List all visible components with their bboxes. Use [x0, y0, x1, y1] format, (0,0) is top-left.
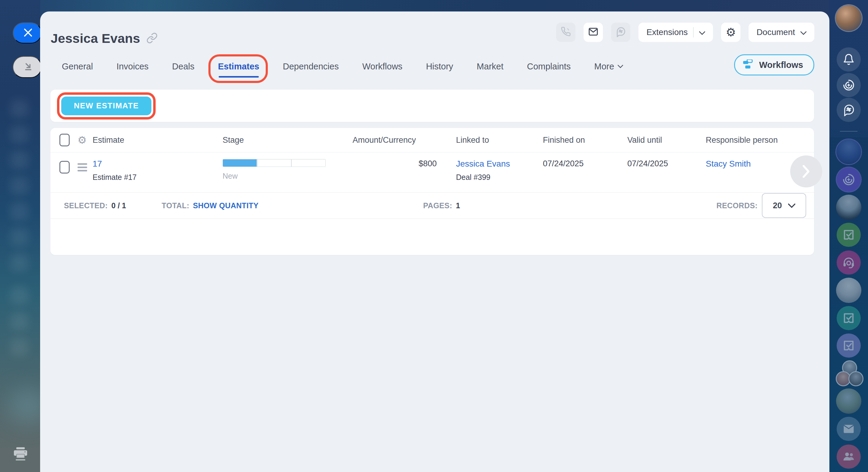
- avatar-woman[interactable]: [836, 388, 861, 414]
- stage-progress-bar: [223, 159, 326, 167]
- col-header-linked-to[interactable]: Linked to: [456, 136, 543, 145]
- copy-link-icon[interactable]: [146, 32, 158, 47]
- chevron-down-icon: [801, 27, 806, 37]
- tasks-teal-button[interactable]: [837, 306, 861, 330]
- contacts-sidebar-button[interactable]: [837, 445, 861, 469]
- table-header-row: ⚙ Estimate Stage Amount/Currency Linked …: [50, 128, 814, 152]
- headset-ai-icon: [842, 256, 855, 269]
- workflow-blocks-icon: [743, 59, 754, 72]
- user-avatar[interactable]: [836, 5, 862, 31]
- table-footer: SELECTED: 0 / 1 TOTAL: SHOW QUANTITY PAG…: [50, 192, 814, 219]
- records-label: RECORDS:: [716, 201, 757, 210]
- tab-workflows[interactable]: Workflows: [362, 62, 402, 71]
- ai-support-magenta-button[interactable]: [837, 250, 861, 275]
- document-label: Document: [756, 27, 795, 37]
- chat-transfer-sidebar-button[interactable]: [837, 98, 861, 122]
- linked-deal: Deal #399: [456, 173, 543, 182]
- estimates-table: ⚙ Estimate Stage Amount/Currency Linked …: [50, 128, 814, 255]
- avatar-man[interactable]: [836, 195, 861, 220]
- amount-cell: $800: [332, 159, 437, 168]
- ai-assistant-purple-button[interactable]: [837, 168, 861, 191]
- chevron-down-icon[interactable]: [699, 27, 705, 37]
- tab-more[interactable]: More: [594, 62, 623, 71]
- ai-assistant-button[interactable]: [837, 73, 861, 97]
- bell-icon: [843, 53, 855, 65]
- chat-transfer-button[interactable]: [611, 23, 630, 42]
- workflows-button-label: Workflows: [759, 60, 803, 70]
- tab-more-label: More: [594, 62, 614, 71]
- tab-complaints[interactable]: Complaints: [527, 62, 570, 71]
- col-header-finished-on[interactable]: Finished on: [543, 136, 627, 145]
- annotation-ring: NEW ESTIMATE: [57, 92, 156, 119]
- close-icon: [21, 27, 33, 39]
- mail-sidebar-button[interactable]: [837, 417, 861, 441]
- col-header-amount[interactable]: Amount/Currency: [332, 136, 437, 145]
- finished-on-cell: 07/24/2025: [543, 159, 627, 168]
- records-value: 20: [773, 201, 782, 210]
- task-checkbox-icon: [842, 229, 855, 241]
- tab-estimates[interactable]: Estimates: [218, 62, 259, 71]
- stage-label: New: [223, 172, 332, 180]
- selected-value: 0 / 1: [111, 201, 126, 210]
- estimates-toolbar: NEW ESTIMATE: [50, 90, 814, 122]
- column-settings-gear-icon[interactable]: ⚙: [78, 135, 87, 145]
- contact-name: Jessica Evans: [51, 31, 140, 46]
- show-quantity-link[interactable]: SHOW QUANTITY: [193, 201, 259, 210]
- notifications-button[interactable]: [837, 48, 861, 71]
- mail-icon: [588, 26, 599, 38]
- settings-button[interactable]: ⚙: [721, 23, 740, 42]
- avatar-cat[interactable]: [836, 278, 861, 303]
- select-all-checkbox[interactable]: [59, 134, 70, 146]
- divider: [840, 131, 858, 131]
- phone-icon: [561, 27, 571, 38]
- tab-deals[interactable]: Deals: [172, 62, 194, 71]
- close-card-button[interactable]: [13, 22, 42, 43]
- stage-progress-fill: [223, 159, 257, 167]
- tab-invoices[interactable]: Invoices: [116, 62, 148, 71]
- ai-sparkle-icon: [842, 79, 855, 91]
- avatar-girl[interactable]: [836, 140, 861, 164]
- workflows-panel-button[interactable]: Workflows: [734, 54, 814, 76]
- chat-transfer-icon: [615, 26, 626, 38]
- tab-market[interactable]: Market: [477, 62, 504, 71]
- tab-bar: General Invoices Deals Estimates Depende…: [62, 57, 623, 76]
- estimate-id-link[interactable]: 17: [93, 159, 102, 168]
- collapse-card-button[interactable]: [13, 56, 42, 78]
- col-header-estimate[interactable]: Estimate: [93, 136, 223, 145]
- chevron-right-icon: [802, 165, 810, 178]
- page-title: Jessica Evans: [51, 30, 158, 47]
- tab-history[interactable]: History: [426, 62, 453, 71]
- app-screen: Jessica Evans Extensio: [0, 0, 868, 472]
- linked-contact-link[interactable]: Jessica Evans: [456, 159, 510, 168]
- responsible-person-link[interactable]: Stacy Smith: [706, 159, 751, 168]
- tab-general[interactable]: General: [62, 62, 93, 71]
- tasks-lavender-button[interactable]: [837, 333, 861, 358]
- col-header-valid-until[interactable]: Valid until: [627, 136, 706, 145]
- phone-button[interactable]: [556, 23, 576, 42]
- valid-until-cell: 07/24/2025: [627, 159, 706, 168]
- new-estimate-button[interactable]: NEW ESTIMATE: [61, 96, 151, 115]
- mail-icon: [842, 422, 855, 436]
- group-avatar[interactable]: [836, 360, 862, 386]
- col-header-stage[interactable]: Stage: [223, 136, 332, 145]
- chevron-down-icon: [618, 65, 623, 68]
- extensions-button[interactable]: Extensions: [639, 23, 713, 42]
- tasks-green-button[interactable]: [837, 223, 861, 247]
- people-icon: [842, 450, 855, 463]
- row-checkbox[interactable]: [59, 161, 70, 174]
- estimate-subtitle: Estimate #17: [93, 173, 223, 182]
- chat-transfer-icon: [842, 104, 855, 116]
- header-actions: Extensions ⚙ Document: [556, 23, 814, 42]
- task-checkbox-icon: [842, 312, 855, 324]
- records-per-page-dropdown[interactable]: 20: [762, 193, 806, 218]
- printer-icon[interactable]: [13, 447, 28, 461]
- pages-value: 1: [456, 201, 460, 210]
- tab-dependencies[interactable]: Dependencies: [283, 62, 339, 71]
- total-label: TOTAL:: [162, 201, 189, 210]
- drag-handle-icon[interactable]: [78, 163, 87, 171]
- extensions-label: Extensions: [646, 27, 688, 37]
- expand-panel-button[interactable]: [790, 155, 822, 187]
- email-button[interactable]: [584, 23, 603, 42]
- document-button[interactable]: Document: [749, 23, 814, 42]
- col-header-responsible[interactable]: Responsible person: [706, 136, 802, 145]
